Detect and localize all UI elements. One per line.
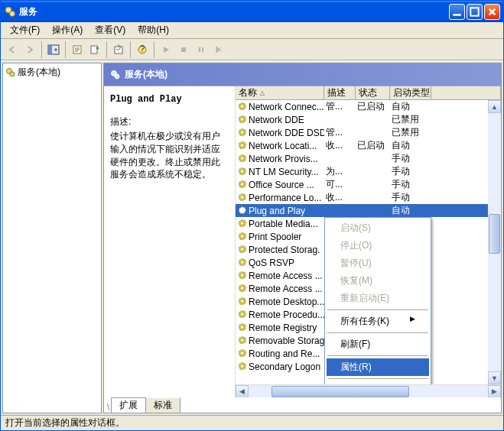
restart-service-button bbox=[210, 41, 227, 58]
service-name: Removable Storag. bbox=[249, 335, 324, 346]
tree-pane[interactable]: 服务(本地) bbox=[2, 63, 102, 413]
main-area: 服务(本地) 服务(本地) Plug and Play 描述: 使计算机在极少或… bbox=[1, 60, 503, 415]
column-status[interactable]: 状态 bbox=[356, 86, 390, 99]
svg-text:?: ? bbox=[140, 44, 145, 54]
gear-icon bbox=[237, 219, 247, 228]
window-controls bbox=[449, 4, 500, 20]
properties-button[interactable] bbox=[69, 41, 86, 58]
svg-point-29 bbox=[241, 248, 243, 251]
stop-service-button bbox=[175, 41, 192, 58]
cm-pause: 暂停(U) bbox=[327, 254, 429, 272]
menu-view[interactable]: 查看(V) bbox=[89, 22, 132, 38]
gears-icon bbox=[4, 5, 16, 18]
service-name: Performance Lo... bbox=[249, 193, 321, 203]
gear-icon bbox=[237, 232, 247, 241]
cm-properties[interactable]: 属性(R) bbox=[327, 358, 429, 376]
statusbar: 打开当前选择的属性对话框。 bbox=[1, 415, 503, 430]
vertical-scrollbar[interactable]: ▲ ▼ bbox=[488, 100, 501, 384]
svg-point-30 bbox=[241, 261, 243, 264]
toolbar: ? bbox=[1, 39, 503, 60]
window-title: 服务 bbox=[19, 5, 449, 18]
gear-icon bbox=[237, 361, 247, 371]
svg-rect-13 bbox=[202, 47, 203, 52]
cm-resume: 恢复(M) bbox=[327, 272, 429, 290]
context-menu[interactable]: 启动(S)停止(O)暂停(U)恢复(M)重新启动(E)所有任务(K)刷新(F)属… bbox=[324, 217, 431, 384]
list-pane: 名称△ 描述 状态 启动类型 Network Connec...管...已启动自… bbox=[236, 86, 501, 397]
selected-service-name: Plug and Play bbox=[110, 94, 229, 105]
gear-icon bbox=[237, 258, 247, 267]
table-row[interactable]: NT LM Security...为...手动 bbox=[236, 165, 501, 178]
cm-all-tasks[interactable]: 所有任务(K) bbox=[327, 313, 429, 330]
service-name: Remote Registry bbox=[249, 322, 317, 333]
service-name: Network DDE bbox=[249, 115, 304, 125]
tab-extended[interactable]: 扩展 bbox=[111, 397, 146, 413]
menu-file[interactable]: 文件(F) bbox=[4, 22, 46, 38]
column-start-type[interactable]: 启动类型 bbox=[390, 86, 431, 99]
svg-rect-2 bbox=[453, 14, 460, 16]
table-row[interactable]: Network Connec...管...已启动自动 bbox=[236, 100, 501, 113]
table-row[interactable]: Network DDE DSDM管...已禁用 bbox=[236, 126, 501, 139]
svg-point-25 bbox=[241, 196, 243, 199]
hscroll-track[interactable] bbox=[249, 385, 488, 398]
svg-rect-3 bbox=[470, 8, 478, 15]
svg-point-22 bbox=[241, 157, 243, 160]
table-row[interactable]: Plug and Play自动 bbox=[236, 204, 501, 217]
titlebar[interactable]: 服务 bbox=[1, 1, 503, 22]
scroll-right-button[interactable]: ▶ bbox=[488, 385, 501, 398]
service-name: Secondary Logon bbox=[249, 361, 320, 372]
scroll-up-button[interactable]: ▲ bbox=[488, 100, 501, 113]
service-name: NT LM Security... bbox=[249, 167, 319, 177]
list-body[interactable]: Network Connec...管...已启动自动Network DDE已禁用… bbox=[236, 100, 501, 384]
maximize-button[interactable] bbox=[467, 4, 483, 20]
service-name: Routing and Re... bbox=[249, 348, 320, 359]
close-button[interactable] bbox=[484, 4, 500, 20]
svg-point-38 bbox=[241, 365, 243, 368]
svg-rect-7 bbox=[91, 46, 97, 53]
column-name[interactable]: 名称△ bbox=[236, 86, 324, 99]
sort-asc-icon: △ bbox=[260, 89, 265, 96]
column-desc[interactable]: 描述 bbox=[324, 86, 356, 99]
service-desc: 可... bbox=[324, 178, 356, 191]
scroll-down-button[interactable]: ▼ bbox=[488, 371, 501, 384]
service-name: Network Locati... bbox=[249, 141, 317, 151]
table-row[interactable]: Performance Lo...收...手动 bbox=[236, 191, 501, 204]
menu-action[interactable]: 操作(A) bbox=[46, 22, 89, 38]
help-button[interactable]: ? bbox=[134, 41, 151, 58]
cm-refresh[interactable]: 刷新(F) bbox=[327, 335, 429, 353]
table-row[interactable]: Network Locati...收...已启动自动 bbox=[236, 139, 501, 152]
gear-icon bbox=[237, 102, 247, 112]
scroll-left-button[interactable]: ◀ bbox=[236, 385, 249, 398]
svg-point-20 bbox=[241, 131, 243, 134]
service-name: Plug and Play bbox=[249, 206, 305, 216]
table-row[interactable]: Network DDE已禁用 bbox=[236, 113, 501, 126]
table-row[interactable]: Network Provis...手动 bbox=[236, 152, 501, 165]
menu-help[interactable]: 帮助(H) bbox=[132, 22, 175, 38]
svg-point-33 bbox=[241, 300, 243, 303]
scroll-thumb[interactable] bbox=[489, 214, 500, 254]
scroll-track[interactable] bbox=[488, 113, 501, 371]
service-name: Protected Storag. bbox=[249, 245, 320, 255]
service-name: Remote Desktop... bbox=[249, 297, 324, 307]
export-list-button[interactable] bbox=[86, 41, 103, 58]
table-row[interactable]: Office Source ...可...手动 bbox=[236, 178, 501, 191]
refresh-button[interactable] bbox=[110, 41, 127, 58]
service-name: Print Spooler bbox=[249, 232, 301, 242]
tab-standard[interactable]: 标准 bbox=[145, 397, 180, 413]
svg-rect-5 bbox=[48, 45, 52, 54]
svg-point-23 bbox=[241, 170, 243, 173]
svg-point-32 bbox=[241, 287, 243, 290]
tree-root-services[interactable]: 服务(本地) bbox=[5, 65, 99, 79]
horizontal-scrollbar[interactable]: ◀ ▶ bbox=[236, 384, 501, 397]
minimize-button[interactable] bbox=[449, 4, 465, 20]
svg-point-35 bbox=[241, 326, 243, 329]
cm-help[interactable]: 帮助(H) bbox=[327, 381, 429, 384]
cm-stop: 停止(O) bbox=[327, 237, 429, 254]
detail-pane: Plug and Play 描述: 使计算机在极少或没有用户输入的情况下能识别并… bbox=[104, 86, 236, 397]
list-header: 名称△ 描述 状态 启动类型 bbox=[236, 86, 501, 100]
gear-icon bbox=[237, 154, 247, 164]
gear-icon bbox=[237, 180, 247, 190]
hscroll-thumb[interactable] bbox=[272, 386, 409, 397]
svg-point-17 bbox=[115, 74, 119, 79]
service-name: Remote Procedu... bbox=[249, 309, 324, 320]
show-hide-tree-button[interactable] bbox=[45, 41, 62, 58]
